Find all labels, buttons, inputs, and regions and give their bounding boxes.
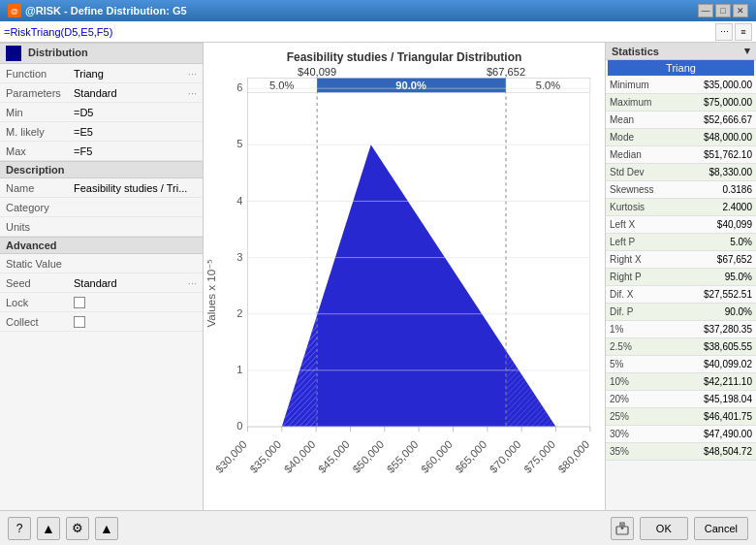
svg-text:4: 4 xyxy=(236,194,242,206)
minimize-button[interactable]: — xyxy=(698,4,713,17)
stats-row: Median$51,762.10 xyxy=(606,146,756,164)
formula-icon-2[interactable]: ≡ xyxy=(735,23,752,41)
parameters-dots[interactable]: ··· xyxy=(188,87,197,99)
stats-row-value: $40,099 xyxy=(672,216,756,233)
stats-row-value: $48,000.00 xyxy=(672,129,756,145)
distribution-button[interactable]: ▲ xyxy=(37,517,60,540)
stats-row: 5%$40,099.02 xyxy=(606,356,756,373)
stats-row-value: $51,762.10 xyxy=(672,146,756,163)
stats-row: Maximum$75,000.00 xyxy=(606,94,756,112)
close-button[interactable]: ✕ xyxy=(733,4,748,17)
static-value-row: Static Value xyxy=(0,254,203,273)
stats-row-value: $47,490.00 xyxy=(672,426,756,442)
stats-row-name: 2.5% xyxy=(606,338,672,355)
svg-text:2: 2 xyxy=(236,307,242,319)
stats-row-name: 35% xyxy=(606,443,672,460)
pct-left-label: 5.0% xyxy=(269,80,294,91)
stats-row-name: Mode xyxy=(606,129,672,145)
stats-row: Kurtosis2.4000 xyxy=(606,199,756,216)
stats-row-value: $8,330.00 xyxy=(672,164,756,180)
seed-dots[interactable]: ··· xyxy=(188,277,197,289)
svg-text:$35,000: $35,000 xyxy=(248,438,284,475)
description-header: Description xyxy=(0,161,203,178)
svg-text:$55,000: $55,000 xyxy=(385,438,421,475)
stats-row-name: Left X xyxy=(606,216,672,233)
svg-text:$65,000: $65,000 xyxy=(454,438,489,475)
stats-row: Dif. P90.0% xyxy=(606,304,756,321)
units-row: Units xyxy=(0,217,203,237)
stats-row-name: Kurtosis xyxy=(606,199,672,215)
stats-row: 10%$42,211.10 xyxy=(606,373,756,391)
ok-button[interactable]: OK xyxy=(640,517,688,540)
stats-row-name: Minimum xyxy=(606,77,672,93)
function-dots[interactable]: ··· xyxy=(188,68,197,80)
stats-row-value: 2.4000 xyxy=(672,199,756,215)
lock-row: Lock xyxy=(0,293,203,312)
stats-row: Mean$52,666.67 xyxy=(606,112,756,129)
stats-row-value: $52,666.67 xyxy=(672,112,756,128)
collect-row: Collect xyxy=(0,312,203,332)
distribution-icon xyxy=(6,46,21,61)
svg-text:5: 5 xyxy=(236,138,242,149)
statistics-panel: Statistics ▾ Triang Minimum$35,000.00Max… xyxy=(606,43,756,510)
left-panel: Distribution Function Triang ··· Paramet… xyxy=(0,43,204,510)
svg-text:6: 6 xyxy=(236,81,242,93)
stats-row: 35%$48,504.72 xyxy=(606,443,756,461)
stats-row-name: Dif. P xyxy=(606,304,672,320)
window-title: @RISK - Define Distribution: G5 xyxy=(25,5,187,16)
lock-checkbox[interactable] xyxy=(74,297,85,308)
stats-row-value: 5.0% xyxy=(672,234,756,250)
cancel-button[interactable]: Cancel xyxy=(694,517,748,540)
formula-value[interactable]: =RiskTriang(D5,E5,F5) xyxy=(4,26,711,38)
pct-right-label: 5.0% xyxy=(536,80,560,91)
chart-container: Values x 10⁻⁵ xyxy=(204,68,605,498)
stats-row-name: 10% xyxy=(606,373,672,390)
stats-row-value: $35,000.00 xyxy=(672,77,756,93)
stats-row: 30%$47,490.00 xyxy=(606,426,756,443)
stats-row-name: Std Dev xyxy=(606,164,672,180)
stats-row-name: Skewness xyxy=(606,181,672,198)
category-row: Category xyxy=(0,198,203,217)
right-x-value: $67,652 xyxy=(487,68,525,79)
collect-checkbox[interactable] xyxy=(74,316,85,328)
svg-text:$50,000: $50,000 xyxy=(351,438,387,475)
stats-row: Mode$48,000.00 xyxy=(606,129,756,146)
formula-icon-1[interactable]: ⋯ xyxy=(715,23,733,41)
chart-area: Feasibility studies / Triangular Distrib… xyxy=(204,43,606,510)
stats-row-value: $75,000.00 xyxy=(672,94,756,111)
parameters-row: Parameters Standard ··· xyxy=(0,83,203,103)
restore-button[interactable]: □ xyxy=(715,4,731,17)
chart-title: Feasibility studies / Triangular Distrib… xyxy=(204,50,605,64)
stats-row-value: $67,652 xyxy=(672,251,756,268)
chart-button[interactable]: ▲ xyxy=(95,517,118,540)
stats-row-value: $46,401.75 xyxy=(672,408,756,425)
advanced-header: Advanced xyxy=(0,237,203,254)
app-icon: @ xyxy=(8,4,21,17)
stats-row-name: 20% xyxy=(606,391,672,407)
stats-row: Right P95.0% xyxy=(606,269,756,286)
stats-row-value: $40,099.02 xyxy=(672,356,756,372)
export-icon xyxy=(615,522,629,535)
stats-row-name: Right X xyxy=(606,251,672,268)
pct-center-label: 90.0% xyxy=(395,80,425,91)
svg-text:Values x 10⁻⁵: Values x 10⁻⁵ xyxy=(205,260,217,328)
svg-text:$40,000: $40,000 xyxy=(282,438,318,475)
distribution-header: Distribution xyxy=(0,43,203,64)
stats-menu-icon[interactable]: ▾ xyxy=(744,45,750,57)
help-button[interactable]: ? xyxy=(8,517,31,540)
stats-row: Dif. X$27,552.51 xyxy=(606,286,756,304)
settings-button[interactable]: ⚙ xyxy=(66,517,89,540)
stats-row-value: 95.0% xyxy=(672,269,756,285)
function-row: Function Triang ··· xyxy=(0,64,203,83)
chart-svg: Values x 10⁻⁵ xyxy=(204,68,605,498)
stats-row-value: $27,552.51 xyxy=(672,286,756,303)
title-bar: @ @RISK - Define Distribution: G5 — □ ✕ xyxy=(0,0,756,21)
stats-row: Left P5.0% xyxy=(606,234,756,251)
svg-text:3: 3 xyxy=(236,251,242,263)
min-row: Min =D5 xyxy=(0,103,203,122)
bottom-bar: ? ▲ ⚙ ▲ OK Cancel xyxy=(0,510,756,545)
stats-row-value: $45,198.04 xyxy=(672,391,756,407)
export-button[interactable] xyxy=(611,517,634,540)
bottom-left-icons: ? ▲ ⚙ ▲ xyxy=(8,517,118,540)
stats-row-name: Mean xyxy=(606,112,672,128)
